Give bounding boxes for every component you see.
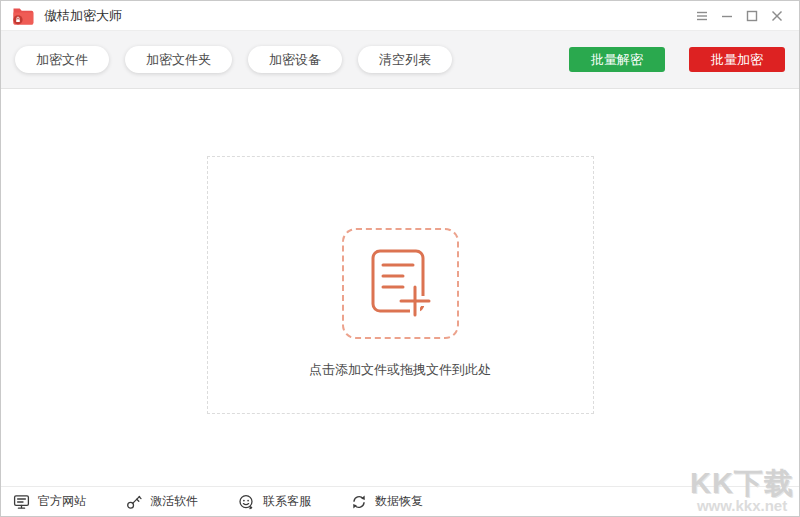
close-icon[interactable] [764,4,789,28]
encrypt-file-button[interactable]: 加密文件 [15,46,109,73]
minimize-icon[interactable] [714,4,739,28]
footer-bar: 官方网站 激活软件 [1,486,799,516]
clear-list-button[interactable]: 清空列表 [358,46,452,73]
activate-software-link[interactable]: 激活软件 [126,493,198,510]
toolbar: 加密文件 加密文件夹 加密设备 清空列表 批量解密 批量加密 [1,31,799,89]
menu-icon[interactable] [689,4,714,28]
batch-encrypt-button[interactable]: 批量加密 [689,47,785,72]
file-list-area: 点击添加文件或拖拽文件到此处 [1,90,799,486]
monitor-icon [13,494,30,510]
footer-label: 官方网站 [38,493,86,510]
encrypt-folder-button[interactable]: 加密文件夹 [125,46,232,73]
maximize-icon[interactable] [739,4,764,28]
dropzone-hint-text: 点击添加文件或拖拽文件到此处 [1,361,799,379]
window-controls [689,4,789,28]
footer-label: 联系客服 [263,493,311,510]
batch-decrypt-button[interactable]: 批量解密 [569,47,665,72]
batch-actions: 批量解密 批量加密 [569,47,785,72]
data-recovery-link[interactable]: 数据恢复 [351,493,423,510]
app-title: 傲桔加密大师 [44,7,122,25]
key-icon [126,494,142,510]
footer-label: 数据恢复 [375,493,423,510]
app-window: 傲桔加密大师 [0,0,800,517]
contact-support-link[interactable]: 联系客服 [238,493,311,510]
headset-icon [238,494,255,510]
app-logo-folder-lock-icon [11,6,35,26]
titlebar: 傲桔加密大师 [1,1,799,31]
encrypt-device-button[interactable]: 加密设备 [248,46,342,73]
add-files-dropzone[interactable] [342,228,459,339]
add-document-icon [370,249,432,319]
refresh-icon [351,494,367,510]
footer-label: 激活软件 [150,493,198,510]
official-website-link[interactable]: 官方网站 [13,493,86,510]
